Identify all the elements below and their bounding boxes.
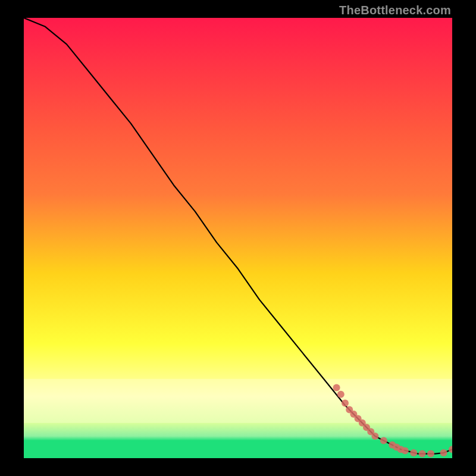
point-highlight-points <box>427 450 434 458</box>
point-highlight-points <box>402 447 409 454</box>
point-highlight-points <box>371 433 378 440</box>
point-highlight-points <box>419 450 426 458</box>
chart-svg <box>24 18 452 458</box>
watermark-label: TheBottleneck.com <box>339 4 451 17</box>
point-highlight-points <box>410 449 417 456</box>
point-highlight-points <box>380 437 387 444</box>
point-highlight-points <box>342 400 349 407</box>
chart-frame: TheBottleneck.com <box>0 0 476 476</box>
point-highlight-points <box>333 384 340 392</box>
plot-area <box>24 18 452 458</box>
point-highlight-points <box>440 449 447 456</box>
point-highlight-points <box>337 391 345 398</box>
pale-band <box>24 379 452 423</box>
